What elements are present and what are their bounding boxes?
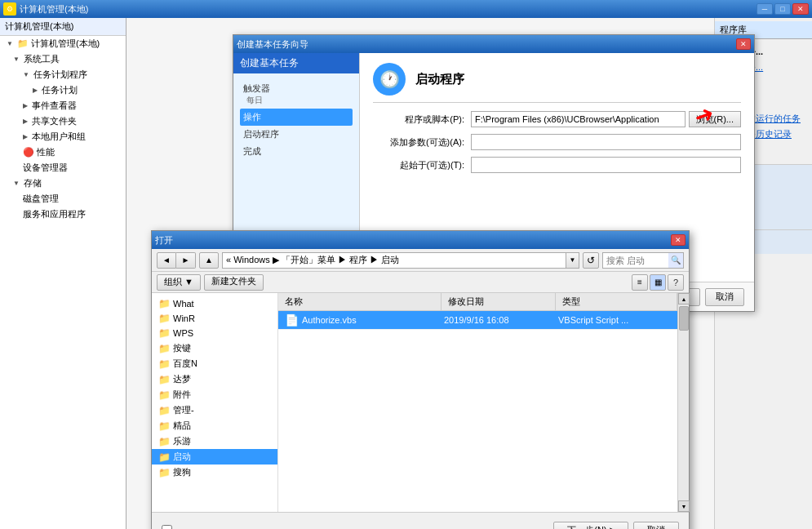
sidebar-item-computer[interactable]: ▼ 计算机管理(本地) (0, 36, 126, 51)
tree-item-label: 启动 (173, 451, 191, 463)
scroll-thumb[interactable] (679, 306, 689, 331)
tree-item-dm[interactable]: 📁 达梦 (152, 371, 277, 387)
sidebar-item-local-users[interactable]: ▶ 本地用户和组 (0, 129, 126, 144)
expand-arrow: ▼ (23, 71, 29, 78)
leaf-arrow: ▶ (23, 102, 28, 109)
file-tree: 📁 What 📁 WinR 📁 WPS 📁 (152, 293, 278, 512)
wizard-close-button[interactable]: ✕ (736, 38, 751, 50)
close-button[interactable]: ✕ (792, 3, 809, 15)
organize-button[interactable]: 组织 ▼ (157, 274, 201, 291)
scroll-up[interactable]: ▲ (678, 293, 690, 305)
folder-icon: 📁 (158, 405, 171, 416)
search-icon-button[interactable]: 🔍 (668, 253, 683, 268)
sidebar-label: 服务和应用程序 (23, 208, 86, 220)
left-sidebar: 计算机管理(本地) ▼ 计算机管理(本地) ▼ 系统工具 ▼ 任务计划程序 ▶ … (0, 18, 126, 529)
col-type[interactable]: 类型 (556, 293, 677, 310)
args-label: 添加参数(可选)(A): (373, 136, 471, 149)
folder-icon: 📁 (158, 420, 171, 432)
wizard-step-finish[interactable]: 完成 (240, 143, 353, 160)
help-button[interactable]: ? (668, 274, 684, 291)
args-input[interactable] (471, 134, 741, 150)
step-sublabel: 每日 (243, 95, 349, 106)
sidebar-label: 磁盘管理 (23, 193, 59, 205)
breadcrumb-bar[interactable]: « Windows ▶ 「开始」菜单 ▶ 程序 ▶ 启动 (222, 252, 566, 269)
start-input[interactable] (471, 157, 741, 173)
sidebar-item-task-scheduler[interactable]: ▼ 任务计划程序 (0, 67, 126, 82)
cancel-button[interactable]: 取消 (705, 288, 744, 306)
file-nav-toolbar: ◄ ► ▲ « Windows ▶ 「开始」菜单 ▶ 程序 ▶ 启动 ▼ ↺ 🔍 (152, 249, 689, 272)
tree-item-leyou[interactable]: 📁 乐游 (152, 433, 277, 449)
file-next-button[interactable]: 下一步(N) > (553, 522, 628, 530)
sidebar-item-performance[interactable]: 🔴 性能 (0, 144, 126, 160)
sidebar-item-shared-folders[interactable]: ▶ 共享文件夹 (0, 113, 126, 129)
detail-view-button[interactable]: ▦ (650, 274, 666, 291)
file-list-container: 名称 修改日期 类型 📄 Authorize.vbs 2019/9/16 16:… (278, 293, 677, 512)
tree-item-what[interactable]: 📁 What (152, 296, 277, 311)
sidebar-label: 存储 (24, 177, 42, 189)
scroll-down[interactable]: ▼ (678, 500, 690, 512)
forward-nav-button[interactable]: ► (176, 252, 196, 269)
breadcrumb-dropdown[interactable]: ▼ (566, 252, 579, 269)
tree-item-label: 百度N (173, 358, 197, 370)
computer-icon (17, 38, 29, 50)
breadcrumb-container: « Windows ▶ 「开始」菜单 ▶ 程序 ▶ 启动 ▼ (222, 252, 579, 269)
file-icon: 📄 (285, 313, 299, 327)
app-icon: ⚙ (3, 2, 16, 16)
tree-item-label: 按键 (173, 342, 191, 354)
col-date[interactable]: 修改日期 (441, 293, 556, 310)
wizard-section-title: 创建基本任务 (233, 53, 359, 73)
wizard-title-bar: 创建基本任务向导 ✕ (233, 35, 754, 53)
tree-item-startup[interactable]: 📁 启动 (152, 449, 277, 465)
wizard-step-action[interactable]: 操作 (240, 109, 353, 126)
main-content: 计算机管理(本地) ▼ 计算机管理(本地) ▼ 系统工具 ▼ 任务计划程序 ▶ … (0, 18, 812, 529)
up-nav-button[interactable]: ▲ (199, 252, 219, 269)
file-dialog-title-bar: 打开 ✕ (152, 231, 689, 249)
step-label: 操作 (243, 111, 349, 123)
list-view-button[interactable]: ≡ (632, 274, 648, 291)
tree-item-wps[interactable]: 📁 WPS (152, 326, 277, 340)
maximize-button[interactable]: □ (774, 3, 791, 15)
file-list: 📄 Authorize.vbs 2019/9/16 16:08 VBScript… (278, 311, 677, 512)
sidebar-item-services[interactable]: 服务和应用程序 (0, 207, 126, 222)
scroll-track[interactable] (678, 305, 689, 500)
folder-icon: 📁 (158, 451, 171, 463)
tree-item-label: What (173, 299, 194, 309)
minimize-button[interactable]: ─ (757, 3, 773, 15)
expand-arrow: ▼ (13, 56, 20, 63)
tree-item-baidu[interactable]: 📁 百度N (152, 356, 277, 371)
footer-checkbox[interactable] (162, 525, 172, 529)
wizard-title-text: 创建基本任务向导 (237, 38, 308, 51)
file-cancel-button[interactable]: 取消 (633, 522, 679, 530)
file-row[interactable]: 📄 Authorize.vbs 2019/9/16 16:08 VBScript… (278, 311, 677, 330)
tree-item-attachment[interactable]: 📁 附件 (152, 387, 277, 402)
tree-item-manage[interactable]: 📁 管理- (152, 402, 277, 418)
sidebar-label: 共享文件夹 (32, 115, 77, 127)
tree-item-keyboard[interactable]: 📁 按键 (152, 340, 277, 356)
wizard-step-start-program[interactable]: 启动程序 (240, 126, 353, 143)
sidebar-label: 系统工具 (24, 53, 60, 65)
wizard-step-trigger[interactable]: 触发器 每日 (240, 80, 353, 109)
file-dialog-close-button[interactable]: ✕ (671, 234, 686, 246)
tree-item-sougou[interactable]: 📁 搜狗 (152, 465, 277, 480)
folder-icon: 📁 (158, 389, 171, 401)
col-name[interactable]: 名称 (278, 293, 441, 310)
refresh-button[interactable]: ↺ (583, 252, 599, 269)
tree-item-label: WPS (173, 328, 193, 338)
sidebar-item-disk-mgmt[interactable]: 磁盘管理 (0, 191, 126, 207)
browse-button[interactable]: 浏览(R)... (689, 111, 741, 127)
new-folder-button[interactable]: 新建文件夹 (204, 274, 264, 291)
sidebar-item-event-viewer[interactable]: ▶ 事件查看器 (0, 98, 126, 113)
file-dialog-title: 打开 (155, 234, 173, 247)
search-input[interactable] (603, 253, 668, 268)
sidebar-item-task-library[interactable]: ▶ 任务计划 (0, 82, 126, 98)
tree-item-premium[interactable]: 📁 精品 (152, 418, 277, 433)
sidebar-item-system-tools[interactable]: ▼ 系统工具 (0, 51, 126, 67)
tree-item-label: 附件 (173, 389, 191, 401)
folder-icon: 📁 (158, 298, 171, 309)
program-input[interactable] (471, 111, 686, 127)
back-nav-button[interactable]: ◄ (157, 252, 176, 269)
sidebar-label: 任务计划程序 (33, 69, 87, 81)
sidebar-item-device-manager[interactable]: 设备管理器 (0, 160, 126, 176)
sidebar-item-storage[interactable]: ▼ 存储 (0, 176, 126, 191)
tree-item-winr[interactable]: 📁 WinR (152, 311, 277, 326)
